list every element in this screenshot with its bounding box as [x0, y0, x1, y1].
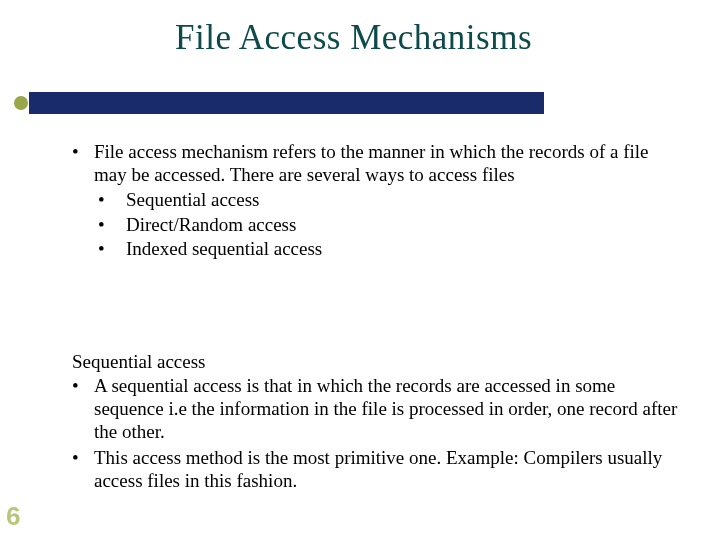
page-number: 6: [6, 501, 20, 532]
bullet-icon: •: [72, 446, 94, 492]
list-item: • Sequential access: [98, 188, 680, 211]
access-type-0: Sequential access: [126, 188, 680, 211]
accent-dot-icon: [14, 96, 28, 110]
section-point-0: A sequential access is that in which the…: [94, 374, 680, 444]
list-item: • Direct/Random access: [98, 213, 680, 236]
bullet-icon: •: [72, 374, 94, 444]
slide: File Access Mechanisms • File access mec…: [0, 0, 720, 540]
bullet-icon: •: [98, 237, 126, 260]
section-heading: Sequential access: [72, 350, 680, 373]
bullet-icon: •: [98, 188, 126, 211]
access-types-list: • Sequential access • Direct/Random acce…: [98, 188, 680, 260]
list-item: • A sequential access is that in which t…: [72, 374, 680, 444]
list-item: • Indexed sequential access: [98, 237, 680, 260]
sequential-section: Sequential access • A sequential access …: [72, 350, 680, 492]
list-item: • This access method is the most primiti…: [72, 446, 680, 492]
access-type-2: Indexed sequential access: [126, 237, 680, 260]
access-type-1: Direct/Random access: [126, 213, 680, 236]
bullet-icon: •: [72, 140, 94, 186]
intro-text: File access mechanism refers to the mann…: [94, 140, 680, 186]
intro-bullet: • File access mechanism refers to the ma…: [72, 140, 680, 186]
accent-bar: [29, 92, 544, 114]
slide-body: • File access mechanism refers to the ma…: [72, 140, 680, 494]
bullet-icon: •: [98, 213, 126, 236]
slide-title: File Access Mechanisms: [0, 0, 720, 58]
section-point-1: This access method is the most primitive…: [94, 446, 680, 492]
